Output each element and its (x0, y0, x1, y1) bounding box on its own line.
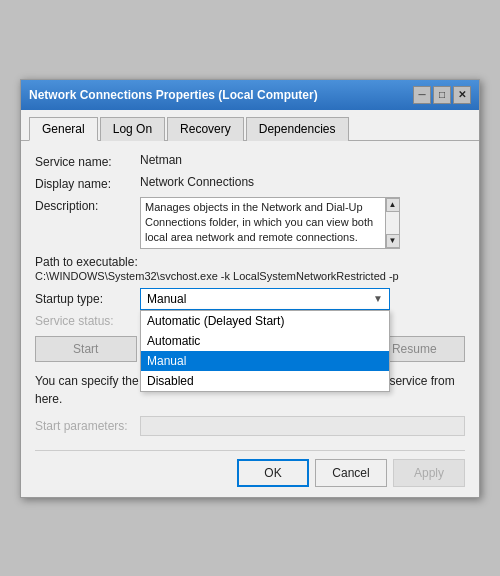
dropdown-options-list: Automatic (Delayed Start) Automatic Manu… (140, 310, 390, 392)
path-label: Path to executable: (35, 255, 465, 269)
description-scrollbar: ▲ ▼ (385, 198, 399, 248)
start-parameters-label: Start parameters: (35, 419, 140, 433)
startup-type-row: Startup type: Manual ▼ Automatic (Delaye… (35, 288, 465, 310)
close-button[interactable]: ✕ (453, 86, 471, 104)
dropdown-selected-value: Manual (147, 292, 186, 306)
dropdown-arrow-icon: ▼ (373, 293, 383, 304)
tab-bar: General Log On Recovery Dependencies (21, 110, 479, 141)
start-parameters-row: Start parameters: (35, 416, 465, 436)
dropdown-option-manual[interactable]: Manual (141, 351, 389, 371)
maximize-button[interactable]: □ (433, 86, 451, 104)
startup-type-label: Startup type: (35, 292, 140, 306)
title-bar: Network Connections Properties (Local Co… (21, 80, 479, 110)
dropdown-option-disabled[interactable]: Disabled (141, 371, 389, 391)
display-name-label: Display name: (35, 175, 140, 191)
service-name-label: Service name: (35, 153, 140, 169)
description-box: Manages objects in the Network and Dial-… (140, 197, 400, 249)
tab-content: Service name: Netman Display name: Netwo… (21, 141, 479, 497)
apply-button[interactable]: Apply (393, 459, 465, 487)
display-name-value: Network Connections (140, 175, 254, 189)
start-parameters-input[interactable] (140, 416, 465, 436)
scroll-up-arrow[interactable]: ▲ (386, 198, 400, 212)
path-row: Path to executable: C:\WINDOWS\System32\… (35, 255, 465, 282)
window-controls: ─ □ ✕ (413, 86, 471, 104)
dropdown-option-auto-delayed[interactable]: Automatic (Delayed Start) (141, 311, 389, 331)
minimize-button[interactable]: ─ (413, 86, 431, 104)
tab-logon[interactable]: Log On (100, 117, 165, 141)
tab-dependencies[interactable]: Dependencies (246, 117, 349, 141)
service-name-row: Service name: Netman (35, 153, 465, 169)
scroll-down-arrow[interactable]: ▼ (386, 234, 400, 248)
tab-general[interactable]: General (29, 117, 98, 141)
description-text: Manages objects in the Network and Dial-… (145, 200, 395, 246)
start-button[interactable]: Start (35, 336, 137, 362)
properties-dialog: Network Connections Properties (Local Co… (20, 79, 480, 498)
window-title: Network Connections Properties (Local Co… (29, 88, 318, 102)
cancel-button[interactable]: Cancel (315, 459, 387, 487)
service-status-label: Service status: (35, 314, 140, 328)
path-value: C:\WINDOWS\System32\svchost.exe -k Local… (35, 270, 465, 282)
display-name-row: Display name: Network Connections (35, 175, 465, 191)
startup-type-dropdown[interactable]: Manual ▼ Automatic (Delayed Start) Autom… (140, 288, 390, 310)
description-label: Description: (35, 197, 140, 213)
service-name-value: Netman (140, 153, 182, 167)
tab-recovery[interactable]: Recovery (167, 117, 244, 141)
divider (35, 450, 465, 451)
ok-button[interactable]: OK (237, 459, 309, 487)
dropdown-option-automatic[interactable]: Automatic (141, 331, 389, 351)
bottom-buttons: OK Cancel Apply (35, 459, 465, 487)
dropdown-display[interactable]: Manual ▼ (140, 288, 390, 310)
description-row: Description: Manages objects in the Netw… (35, 197, 465, 249)
